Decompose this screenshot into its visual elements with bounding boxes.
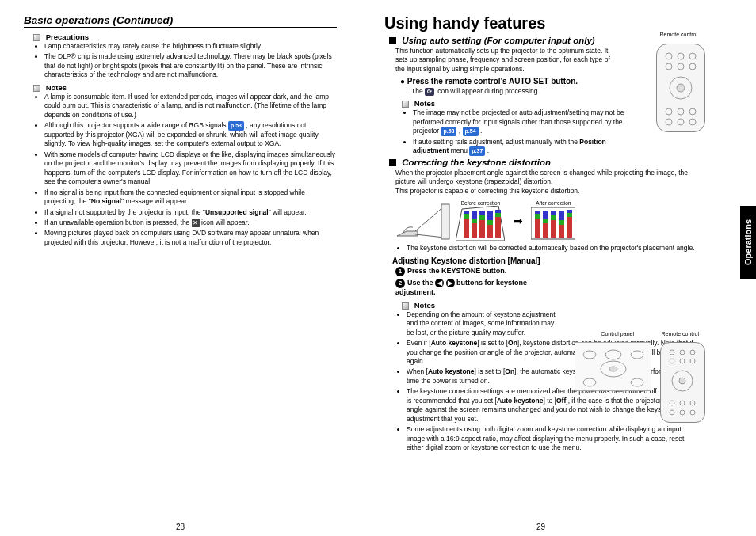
svg-rect-32	[495, 210, 501, 213]
svg-point-53	[609, 367, 617, 371]
svg-rect-18	[464, 219, 469, 238]
step-1: 1Press the KEYSTONE button.	[395, 267, 697, 276]
svg-point-13	[689, 119, 696, 125]
svg-point-11	[666, 119, 672, 125]
svg-point-58	[690, 350, 695, 355]
list-item: When [Auto keystone] is set to [On], the…	[407, 367, 697, 386]
list-item: If no signal is being input from the con…	[44, 188, 337, 207]
list-item: A lamp is consumable item. If used for e…	[44, 93, 337, 120]
svg-point-59	[670, 359, 674, 363]
svg-rect-46	[567, 217, 572, 238]
svg-rect-20	[464, 211, 469, 214]
svg-point-2	[689, 53, 696, 59]
svg-point-9	[678, 108, 684, 115]
svg-point-50	[605, 350, 621, 359]
list-item: The keystone distortion will be correcte…	[407, 244, 697, 253]
svg-rect-34	[535, 219, 540, 238]
svg-rect-24	[479, 220, 485, 238]
page-number: 29	[536, 523, 545, 531]
svg-rect-27	[487, 225, 493, 238]
list-item: Even if [Auto keystone] is set to [On], …	[407, 339, 697, 366]
svg-rect-19	[464, 214, 469, 219]
svg-point-63	[679, 378, 685, 384]
svg-point-54	[583, 378, 596, 386]
svg-rect-23	[472, 211, 477, 219]
svg-rect-37	[543, 223, 548, 238]
control-panel-illustration	[575, 342, 651, 391]
svg-rect-36	[535, 211, 540, 214]
page-title: Using handy features	[384, 14, 697, 32]
chart-after: After correction	[531, 200, 575, 241]
svg-rect-28	[487, 220, 493, 225]
precautions-heading: Precautions	[33, 32, 337, 41]
svg-point-64	[670, 401, 674, 405]
notes-heading: Notes	[402, 301, 697, 310]
projector-diagram	[395, 201, 451, 241]
processing-icon: ⟳	[425, 88, 434, 96]
svg-rect-41	[551, 215, 556, 220]
list-item: If an unavailable operation button is pr…	[44, 219, 337, 227]
remote-label: Remote control	[660, 32, 697, 37]
list-item: Although this projector supports a wide …	[44, 121, 337, 148]
svg-point-49	[583, 351, 596, 359]
svg-rect-47	[567, 213, 572, 217]
notes-heading: Notes	[33, 83, 337, 92]
section-tab: Operations	[740, 206, 756, 279]
list-item: Depending on the amount of keystone adju…	[407, 310, 557, 337]
notes-list: A lamp is consumable item. If used for e…	[33, 93, 337, 248]
svg-rect-39	[543, 211, 548, 219]
body-text: The ⟳ icon will appear during processing…	[411, 87, 697, 96]
svg-rect-43	[559, 225, 564, 238]
auto-setting-heading: Using auto setting (For computer input o…	[389, 36, 697, 45]
list-item: If a signal not supported by the project…	[44, 208, 337, 217]
svg-rect-42	[551, 211, 556, 215]
svg-point-7	[677, 84, 685, 92]
body-text: When the projector placement angle again…	[395, 169, 697, 196]
panel-label: Control panel	[601, 331, 634, 336]
svg-rect-44	[559, 220, 564, 225]
chart-before: Before correction	[456, 200, 505, 241]
list-item: Moving pictures played back on computers…	[44, 229, 337, 247]
svg-point-61	[690, 359, 695, 363]
svg-rect-26	[479, 211, 485, 215]
page-right: Using handy features Remote control Usin…	[361, 0, 721, 536]
svg-point-8	[666, 108, 672, 115]
precautions-list: Lamp characteristics may rarely cause th…	[33, 42, 337, 80]
manual-heading: Adjusting Keystone distortion [Manual]	[392, 257, 697, 265]
svg-rect-31	[495, 213, 501, 217]
svg-rect-38	[543, 219, 548, 223]
svg-point-55	[631, 378, 643, 386]
step-2: 2Use the ◀ ▶ buttons for keystone adjust…	[395, 279, 554, 296]
svg-point-56	[670, 350, 674, 355]
list-item: With some models of computer having LCD …	[44, 150, 337, 187]
page-left: Basic operations (Continued) Precautions…	[0, 0, 361, 536]
section-heading: Basic operations (Continued)	[24, 14, 337, 28]
svg-rect-45	[559, 211, 564, 220]
svg-rect-30	[495, 217, 501, 238]
list-item: The DLP® chip is made using extremely ad…	[44, 52, 337, 79]
svg-rect-21	[472, 223, 477, 238]
svg-rect-16	[441, 204, 449, 239]
svg-point-68	[680, 410, 685, 415]
pref-icon: p.53	[228, 121, 244, 130]
list-item: Some adjustments using both digital zoom…	[407, 425, 697, 452]
body-text: This function automatically sets up the …	[395, 47, 617, 74]
remote-illustration	[656, 44, 705, 132]
svg-point-69	[690, 410, 695, 415]
svg-point-5	[689, 63, 696, 70]
list-item: The keystone correction settings are mem…	[407, 387, 697, 424]
remote-illustration-2	[660, 342, 705, 423]
svg-point-67	[670, 410, 674, 415]
svg-point-3	[666, 63, 672, 70]
list-item: The image may not be projected or auto a…	[413, 108, 635, 135]
step-heading: ● Press the remote control's AUTO SET bu…	[400, 77, 697, 86]
remote-label: Remote control	[662, 331, 699, 336]
arrow-icon: ➡	[514, 215, 523, 227]
svg-line-15	[415, 234, 445, 238]
svg-rect-35	[535, 214, 540, 219]
svg-point-12	[678, 119, 684, 125]
svg-point-60	[680, 359, 685, 363]
notes-heading: Notes	[402, 99, 697, 108]
svg-point-65	[680, 401, 685, 405]
svg-point-66	[690, 401, 695, 405]
